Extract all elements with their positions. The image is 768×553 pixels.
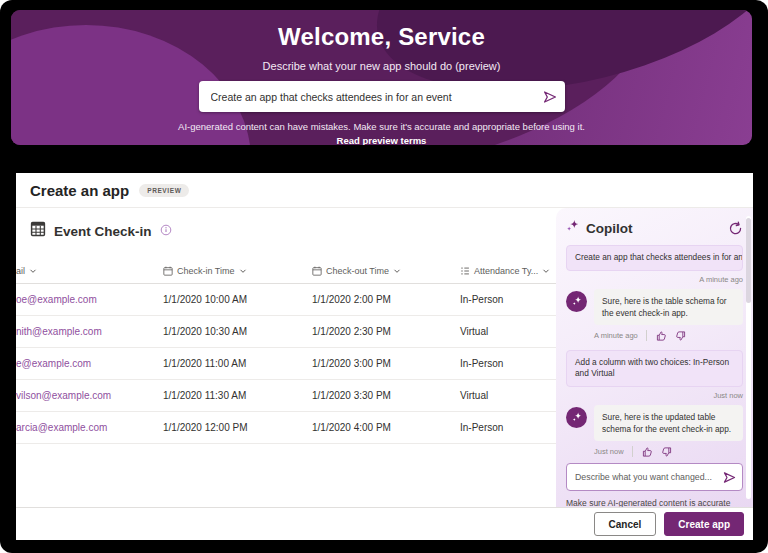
table-header-row: ail Check-in Time Check-out Time	[16, 258, 556, 284]
copilot-panel: Copilot Create an app that checks attend…	[556, 208, 753, 507]
copilot-avatar	[566, 291, 587, 312]
event-table: ail Check-in Time Check-out Time	[16, 258, 556, 444]
chevron-down-icon	[393, 267, 401, 275]
column-header-checkin[interactable]: Check-in Time	[163, 266, 312, 276]
thumb-up-icon[interactable]	[655, 330, 667, 342]
message-timestamp: Just now	[566, 391, 743, 400]
calendar-icon	[163, 266, 173, 276]
create-app-window: Create an app PREVIEW Event Check-in	[16, 173, 753, 540]
assistant-message-text: Sure, here is the table schema for the e…	[594, 289, 743, 325]
copilot-sparkle-icon	[566, 219, 580, 237]
feedback-row: Just now	[594, 446, 743, 458]
cell-checkin: 1/1/2020 11:00 AM	[163, 358, 312, 369]
cell-attendance: Virtual	[460, 390, 556, 401]
refresh-icon[interactable]	[728, 221, 743, 236]
welcome-banner: Welcome, Service Describe what your new …	[11, 10, 752, 145]
window-content: Event Check-in ail	[16, 208, 753, 507]
cell-attendance: In-Person	[460, 294, 556, 305]
info-icon[interactable]	[160, 222, 172, 240]
page-title: Create an app	[30, 182, 129, 199]
column-header-checkout[interactable]: Check-out Time	[312, 266, 460, 276]
screenshot-canvas: Welcome, Service Describe what your new …	[0, 0, 768, 553]
chat-send-icon[interactable]	[716, 464, 742, 490]
create-app-button[interactable]: Create app	[664, 512, 744, 536]
message-timestamp: A minute ago	[566, 275, 743, 284]
table-icon	[30, 221, 46, 241]
user-message: Create an app that checks attendees in f…	[566, 245, 743, 271]
message-timestamp: A minute ago	[594, 331, 638, 340]
table-row: arcia@example.com 1/1/2020 12:00 PM 1/1/…	[16, 412, 556, 444]
table-row: oe@example.com 1/1/2020 10:00 AM 1/1/202…	[16, 284, 556, 316]
cell-checkin: 1/1/2020 12:00 PM	[163, 422, 312, 433]
preview-terms-link[interactable]: Read preview terms	[337, 135, 427, 145]
copilot-input-box	[566, 463, 743, 491]
chevron-down-icon	[542, 267, 550, 275]
cell-checkin: 1/1/2020 11:30 AM	[163, 390, 312, 401]
cell-attendance: Virtual	[460, 326, 556, 337]
cell-email[interactable]: e@example.com	[16, 358, 163, 369]
scrollbar-thumb[interactable]	[746, 218, 751, 303]
copilot-disclaimer: Make sure AI-generated content is accura…	[566, 497, 743, 507]
cell-checkout: 1/1/2020 2:00 PM	[312, 294, 460, 305]
copilot-header: Copilot	[566, 208, 743, 245]
table-row: e@example.com 1/1/2020 11:00 AM 1/1/2020…	[16, 348, 556, 380]
message-timestamp: Just now	[594, 447, 624, 456]
send-icon[interactable]	[535, 81, 565, 112]
cell-email[interactable]: oe@example.com	[16, 294, 163, 305]
banner-subtitle: Describe what your new app should do (pr…	[263, 60, 501, 72]
table-section: Event Check-in ail	[16, 208, 556, 507]
calendar-icon	[312, 266, 322, 276]
divider	[632, 446, 633, 457]
assistant-message: Sure, here is the updated table schema f…	[566, 405, 743, 441]
chevron-down-icon	[29, 267, 37, 275]
thumb-down-icon[interactable]	[661, 446, 673, 458]
column-header-attendance[interactable]: Attendance Ty...	[460, 266, 556, 276]
copilot-title: Copilot	[586, 221, 728, 236]
copilot-avatar	[566, 407, 587, 428]
cell-checkout: 1/1/2020 3:30 PM	[312, 390, 460, 401]
copilot-input[interactable]	[567, 472, 716, 482]
table-row: nith@example.com 1/1/2020 10:30 AM 1/1/2…	[16, 316, 556, 348]
thumb-down-icon[interactable]	[675, 330, 687, 342]
divider	[646, 330, 647, 341]
cancel-button[interactable]: Cancel	[594, 512, 657, 536]
table-row: vilson@example.com 1/1/2020 11:30 AM 1/1…	[16, 380, 556, 412]
cell-attendance: In-Person	[460, 358, 556, 369]
column-header-email[interactable]: ail	[16, 266, 163, 276]
cell-checkin: 1/1/2020 10:00 AM	[163, 294, 312, 305]
ai-disclaimer: AI-generated content can have mistakes. …	[178, 121, 585, 132]
cell-email[interactable]: vilson@example.com	[16, 390, 163, 401]
cell-attendance: In-Person	[460, 422, 556, 433]
choice-icon	[460, 266, 470, 276]
chevron-down-icon	[239, 267, 247, 275]
window-footer: Cancel Create app	[16, 507, 753, 540]
table-name: Event Check-in	[54, 224, 152, 239]
cell-email[interactable]: nith@example.com	[16, 326, 163, 337]
app-description-box	[199, 81, 565, 112]
window-header: Create an app PREVIEW	[16, 173, 753, 208]
assistant-message-text: Sure, here is the updated table schema f…	[594, 405, 743, 441]
app-description-input[interactable]	[199, 91, 535, 103]
feedback-row: A minute ago	[594, 330, 743, 342]
cell-checkout: 1/1/2020 3:00 PM	[312, 358, 460, 369]
table-title-row: Event Check-in	[30, 221, 556, 241]
cell-checkout: 1/1/2020 2:30 PM	[312, 326, 460, 337]
welcome-title: Welcome, Service	[278, 23, 485, 51]
cell-checkin: 1/1/2020 10:30 AM	[163, 326, 312, 337]
cell-checkout: 1/1/2020 4:00 PM	[312, 422, 460, 433]
cell-email[interactable]: arcia@example.com	[16, 422, 163, 433]
preview-badge: PREVIEW	[139, 184, 189, 197]
user-message: Add a column with two choices: In-Person…	[566, 350, 743, 387]
assistant-message: Sure, here is the table schema for the e…	[566, 289, 743, 325]
thumb-up-icon[interactable]	[641, 446, 653, 458]
banner-content: Welcome, Service Describe what your new …	[11, 10, 752, 145]
scrollbar[interactable]	[746, 216, 751, 499]
